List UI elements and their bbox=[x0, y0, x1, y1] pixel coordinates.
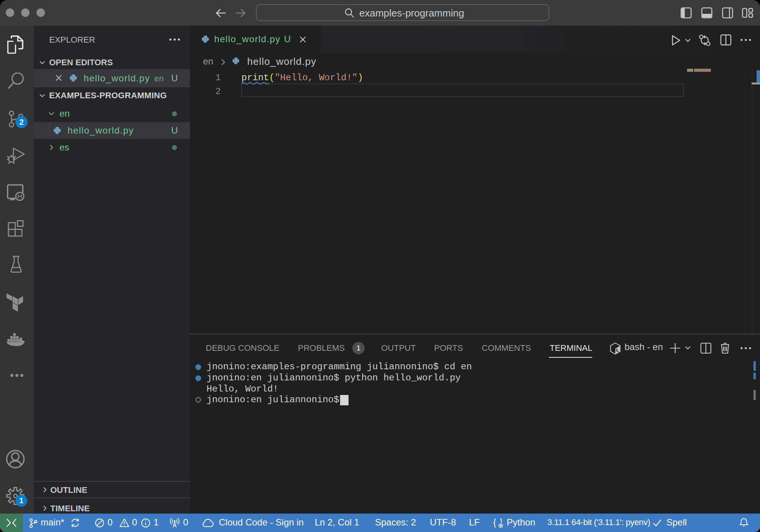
svg-text:$: $ bbox=[616, 349, 618, 353]
